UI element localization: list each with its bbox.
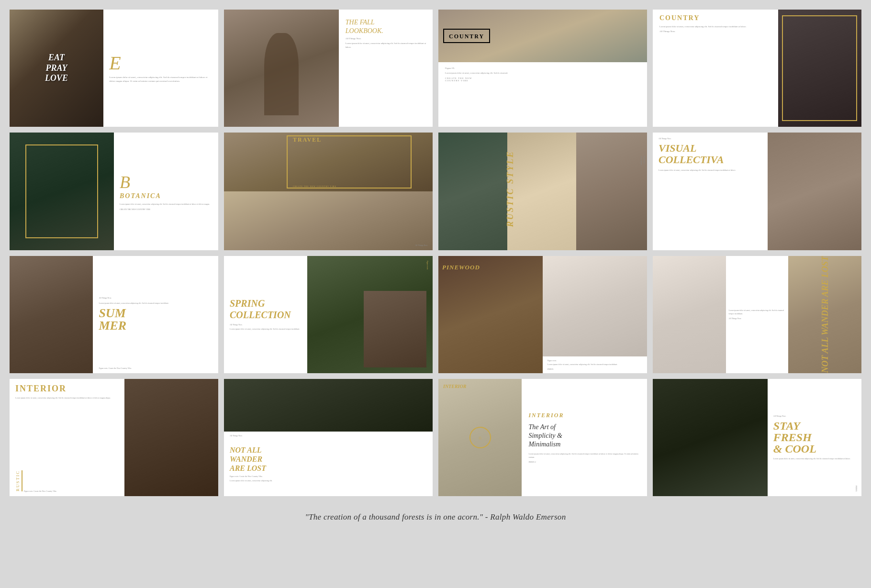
slide-9-content: All Things Now. Lorem ipsum dolor sit am…	[93, 256, 218, 373]
slide-5-content: B BOTANICA Lorem ipsum dolor sit amet, c…	[114, 133, 218, 250]
slide-9-title: SUMMER	[99, 307, 212, 332]
slide-2-label: All Things Now.	[346, 37, 426, 40]
slide-8[interactable]: All Things Now. VISUALCOLLECTIVA Lorem i…	[653, 133, 861, 250]
slide-6[interactable]: TRAVEL CREATE THE NEW COUNTRY VIBE All T…	[224, 133, 433, 250]
slide-12-label: All Things Now.	[729, 317, 786, 320]
slide-16[interactable]: All Things Now. STAYFRESH& COOL Lorem ip…	[653, 379, 861, 496]
slide-10-inset	[364, 291, 426, 367]
slide-8-body: Lorem ipsum dolor sit amet, consectetur …	[659, 169, 762, 172]
slide-4[interactable]: COUNTRY Lorem ipsum dolor sit amet, cons…	[653, 10, 861, 127]
slide-14-label-top: All Things Now.	[230, 434, 243, 437]
slide-6-title: TRAVEL	[293, 136, 322, 144]
slide-4-label: All Things Now.	[659, 30, 771, 33]
slide-9[interactable]: All Things Now. Lorem ipsum dolor sit am…	[10, 256, 218, 373]
slide-4-content: COUNTRY Lorem ipsum dolor sit amet, cons…	[653, 10, 778, 127]
slide-12-image-right: NOT ALL WANDER ARE LOST	[788, 256, 861, 373]
slide-10[interactable]: SPRINGCOLLECTION All Things Now. Lorem i…	[224, 256, 433, 373]
slide-5-border	[25, 144, 99, 238]
slide-5[interactable]: B BOTANICA Lorem ipsum dolor sit amet, c…	[10, 133, 218, 250]
slide-10-title: SPRINGCOLLECTION	[230, 298, 302, 321]
slide-1-image: EATPRAYLOVE	[10, 10, 103, 127]
slide-16-content: All Things Now. STAYFRESH& COOL Lorem ip…	[768, 379, 861, 496]
slide-2-content: THE FALLLOOKBOOK. All Things Now. Lorem …	[339, 10, 433, 127]
slide-5-create: CREATE THE NEW COUNTRY VIBE	[120, 208, 212, 211]
slide-5-title: BOTANICA	[120, 192, 212, 200]
slide-11-index: INDEX	[547, 368, 642, 370]
slide-15-art-title: The Art ofSimplicity &Minimalism	[528, 423, 640, 449]
slide-1-content: E Lorem ipsum dolor sit amet, consectetu…	[103, 10, 218, 127]
slide-13[interactable]: INTERIOR Lorem ipsum dolor sit amet, con…	[10, 379, 218, 496]
slide-12[interactable]: Lorem ipsum dolor sit amet, consectetur …	[653, 256, 861, 373]
slide-7-title: RUSTIC STYLE	[505, 150, 515, 227]
slide-10-content: SPRINGCOLLECTION All Things Now. Lorem i…	[224, 256, 307, 373]
slide-12-title: NOT ALL WANDER ARE LOST	[821, 256, 829, 373]
slide-9-body: Lorem ipsum dolor sit amet, consectetur …	[99, 302, 212, 305]
slide-14[interactable]: All Things Now. NOT ALLWANDERARE LOST Fi…	[224, 379, 433, 496]
slide-6-bottom-image: All Things Now.	[224, 191, 433, 250]
slide-14-title: NOT ALLWANDERARE LOST	[230, 445, 427, 473]
slide-2-image	[224, 10, 339, 127]
slide-2-body: Lorem ipsum dolor sit amet, consectetur …	[346, 42, 426, 48]
slide-8-image	[768, 133, 861, 250]
slide-3-image: COUNTRY	[438, 10, 647, 62]
slide-7-img3	[576, 133, 647, 250]
slide-4-title: COUNTRY	[659, 14, 771, 22]
slide-11-body: Lorem ipsum dolor sit amet, consectetur …	[547, 363, 642, 366]
slide-15-title: INTERIOR	[528, 412, 640, 419]
slide-7-img2	[507, 133, 576, 250]
slide-16-label: All Things Now.	[773, 415, 856, 417]
slide-16-index: INDEX	[855, 486, 858, 491]
slide-10-create: Figure note.	[426, 261, 429, 270]
slide-6-top-image: TRAVEL CREATE THE NEW COUNTRY VIBE	[224, 133, 433, 191]
slide-15-icon: ⌂	[469, 427, 491, 448]
slide-14-content: All Things Now. NOT ALLWANDERARE LOST Fi…	[224, 432, 433, 496]
slide-9-label-bottom: Figure note. Create the New Country Vibe…	[99, 367, 132, 369]
slide-8-content: All Things Now. VISUALCOLLECTIVA Lorem i…	[653, 133, 768, 250]
slide-11-image-left: PINEWOOD	[438, 256, 543, 373]
slide-14-top-image	[224, 379, 433, 432]
slide-3-country-box: COUNTRY	[443, 29, 490, 43]
slide-5-letter: B	[120, 172, 212, 192]
slide-10-label: All Things Now.	[230, 323, 302, 326]
slide-12-body: Lorem ipsum dolor sit amet, consectetur …	[729, 309, 786, 315]
slide-13-content: INTERIOR Lorem ipsum dolor sit amet, con…	[10, 379, 124, 496]
slide-2-title: THE FALLLOOKBOOK.	[346, 18, 426, 35]
slide-11-label: Figure note.	[547, 359, 642, 362]
slide-2[interactable]: THE FALLLOOKBOOK. All Things Now. Lorem …	[224, 10, 433, 127]
page-quote: "The creation of a thousand forests is i…	[305, 508, 566, 530]
slide-5-body: Lorem ipsum dolor sit amet, consectetur …	[120, 203, 212, 206]
slide-11[interactable]: PINEWOOD Figure note. Lorem ipsum dolor …	[438, 256, 647, 373]
slide-1[interactable]: EATPRAYLOVE E Lorem ipsum dolor sit amet…	[10, 10, 218, 127]
slide-11-content: Figure note. Lorem ipsum dolor sit amet,…	[543, 356, 647, 373]
slide-5-image	[10, 133, 114, 250]
slide-16-title: STAYFRESH& COOL	[773, 420, 856, 455]
slide-14-body: Lorem ipsum dolor sit amet, consectetur …	[230, 479, 427, 482]
slide-10-body: Lorem ipsum dolor sit amet, consectetur …	[230, 328, 302, 331]
slide-15-content: INTERIOR The Art ofSimplicity &Minimalis…	[522, 379, 647, 496]
slide-11-right: Figure note. Lorem ipsum dolor sit amet,…	[543, 256, 647, 373]
slide-7[interactable]: RUSTIC STYLE Figure note.Lorem ipsum	[438, 133, 647, 250]
slide-13-label: Figure note. Create the New Country Vibe…	[24, 490, 57, 492]
slide-13-image	[124, 379, 218, 496]
slide-7-label: Figure note.Lorem ipsum	[640, 156, 645, 165]
slide-6-create: CREATE THE NEW COUNTRY VIBE	[293, 185, 336, 188]
slide-13-rustic: RUSTIC	[15, 470, 22, 491]
slide-13-interior: INTERIOR	[15, 384, 119, 394]
slide-7-img1	[438, 133, 507, 250]
slide-grid: EATPRAYLOVE E Lorem ipsum dolor sit amet…	[10, 10, 861, 496]
slide-15[interactable]: INTERIOR ⌂ INTERIOR The Art ofSimplicity…	[438, 379, 647, 496]
slide-12-image-left	[653, 256, 726, 373]
slide-14-label: Figure note. Create the New Country Vibe…	[230, 475, 427, 477]
slide-16-image	[653, 379, 768, 496]
slide-12-content: Lorem ipsum dolor sit amet, consectetur …	[726, 256, 789, 373]
slide-3-content: Figure 05. Lorem ipsum dolor sit amet, c…	[438, 62, 647, 127]
slide-10-image: Figure note.	[307, 256, 433, 373]
slide-15-body: Lorem ipsum dolor sit amet, consectetur …	[528, 453, 640, 459]
slide-8-title: VISUALCOLLECTIVA	[659, 143, 762, 166]
slide-1-body: Lorem ipsum dolor sit amet, consectetur …	[109, 76, 212, 83]
slide-3[interactable]: COUNTRY Figure 05. Lorem ipsum dolor sit…	[438, 10, 647, 127]
slide-6-label: All Things Now.	[415, 244, 428, 246]
slide-15-interior-top: INTERIOR	[443, 384, 466, 389]
slide-4-border	[782, 15, 857, 121]
slide-8-label: All Things Now.	[659, 137, 762, 140]
